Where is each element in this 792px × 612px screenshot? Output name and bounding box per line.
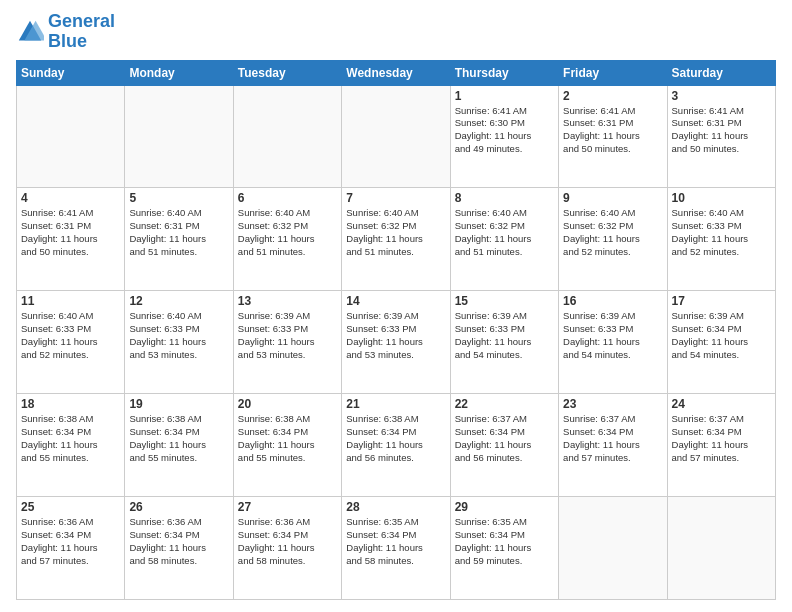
calendar-cell: 7Sunrise: 6:40 AMSunset: 6:32 PMDaylight… xyxy=(342,188,450,291)
weekday-header-row: SundayMondayTuesdayWednesdayThursdayFrid… xyxy=(17,60,776,85)
calendar-cell: 25Sunrise: 6:36 AMSunset: 6:34 PMDayligh… xyxy=(17,497,125,600)
day-info: Sunrise: 6:41 AMSunset: 6:31 PMDaylight:… xyxy=(563,105,662,156)
header: General Blue xyxy=(16,12,776,52)
day-info: Sunrise: 6:38 AMSunset: 6:34 PMDaylight:… xyxy=(129,413,228,464)
day-number: 18 xyxy=(21,397,120,411)
day-info: Sunrise: 6:37 AMSunset: 6:34 PMDaylight:… xyxy=(672,413,771,464)
calendar-cell: 21Sunrise: 6:38 AMSunset: 6:34 PMDayligh… xyxy=(342,394,450,497)
day-info: Sunrise: 6:39 AMSunset: 6:33 PMDaylight:… xyxy=(238,310,337,361)
day-info: Sunrise: 6:40 AMSunset: 6:33 PMDaylight:… xyxy=(129,310,228,361)
calendar-cell: 29Sunrise: 6:35 AMSunset: 6:34 PMDayligh… xyxy=(450,497,558,600)
weekday-header-thursday: Thursday xyxy=(450,60,558,85)
calendar-cell: 17Sunrise: 6:39 AMSunset: 6:34 PMDayligh… xyxy=(667,291,775,394)
weekday-header-tuesday: Tuesday xyxy=(233,60,341,85)
week-row-3: 11Sunrise: 6:40 AMSunset: 6:33 PMDayligh… xyxy=(17,291,776,394)
day-info: Sunrise: 6:38 AMSunset: 6:34 PMDaylight:… xyxy=(346,413,445,464)
calendar-cell xyxy=(233,85,341,188)
weekday-header-friday: Friday xyxy=(559,60,667,85)
calendar-cell xyxy=(559,497,667,600)
calendar-cell xyxy=(667,497,775,600)
calendar-cell: 4Sunrise: 6:41 AMSunset: 6:31 PMDaylight… xyxy=(17,188,125,291)
calendar-cell xyxy=(17,85,125,188)
day-number: 4 xyxy=(21,191,120,205)
day-number: 7 xyxy=(346,191,445,205)
calendar-cell: 24Sunrise: 6:37 AMSunset: 6:34 PMDayligh… xyxy=(667,394,775,497)
logo-general: General xyxy=(48,11,115,31)
day-info: Sunrise: 6:36 AMSunset: 6:34 PMDaylight:… xyxy=(21,516,120,567)
day-info: Sunrise: 6:41 AMSunset: 6:31 PMDaylight:… xyxy=(672,105,771,156)
day-number: 5 xyxy=(129,191,228,205)
day-info: Sunrise: 6:39 AMSunset: 6:33 PMDaylight:… xyxy=(455,310,554,361)
calendar-table: SundayMondayTuesdayWednesdayThursdayFrid… xyxy=(16,60,776,600)
day-number: 22 xyxy=(455,397,554,411)
day-info: Sunrise: 6:40 AMSunset: 6:31 PMDaylight:… xyxy=(129,207,228,258)
logo: General Blue xyxy=(16,12,115,52)
day-number: 29 xyxy=(455,500,554,514)
calendar-cell: 18Sunrise: 6:38 AMSunset: 6:34 PMDayligh… xyxy=(17,394,125,497)
day-info: Sunrise: 6:36 AMSunset: 6:34 PMDaylight:… xyxy=(129,516,228,567)
day-info: Sunrise: 6:38 AMSunset: 6:34 PMDaylight:… xyxy=(21,413,120,464)
day-number: 15 xyxy=(455,294,554,308)
week-row-2: 4Sunrise: 6:41 AMSunset: 6:31 PMDaylight… xyxy=(17,188,776,291)
calendar-cell: 6Sunrise: 6:40 AMSunset: 6:32 PMDaylight… xyxy=(233,188,341,291)
day-number: 1 xyxy=(455,89,554,103)
day-number: 9 xyxy=(563,191,662,205)
day-number: 21 xyxy=(346,397,445,411)
day-number: 23 xyxy=(563,397,662,411)
day-number: 20 xyxy=(238,397,337,411)
logo-blue: Blue xyxy=(48,31,87,51)
day-number: 11 xyxy=(21,294,120,308)
week-row-5: 25Sunrise: 6:36 AMSunset: 6:34 PMDayligh… xyxy=(17,497,776,600)
calendar-cell: 23Sunrise: 6:37 AMSunset: 6:34 PMDayligh… xyxy=(559,394,667,497)
calendar-cell: 22Sunrise: 6:37 AMSunset: 6:34 PMDayligh… xyxy=(450,394,558,497)
day-info: Sunrise: 6:40 AMSunset: 6:32 PMDaylight:… xyxy=(563,207,662,258)
calendar-cell: 8Sunrise: 6:40 AMSunset: 6:32 PMDaylight… xyxy=(450,188,558,291)
day-number: 17 xyxy=(672,294,771,308)
day-number: 16 xyxy=(563,294,662,308)
day-info: Sunrise: 6:41 AMSunset: 6:30 PMDaylight:… xyxy=(455,105,554,156)
week-row-4: 18Sunrise: 6:38 AMSunset: 6:34 PMDayligh… xyxy=(17,394,776,497)
logo-text: General Blue xyxy=(48,12,115,52)
day-info: Sunrise: 6:37 AMSunset: 6:34 PMDaylight:… xyxy=(563,413,662,464)
weekday-header-monday: Monday xyxy=(125,60,233,85)
day-info: Sunrise: 6:40 AMSunset: 6:32 PMDaylight:… xyxy=(346,207,445,258)
day-info: Sunrise: 6:37 AMSunset: 6:34 PMDaylight:… xyxy=(455,413,554,464)
day-number: 3 xyxy=(672,89,771,103)
day-number: 26 xyxy=(129,500,228,514)
day-number: 10 xyxy=(672,191,771,205)
calendar-cell xyxy=(342,85,450,188)
calendar-cell: 11Sunrise: 6:40 AMSunset: 6:33 PMDayligh… xyxy=(17,291,125,394)
calendar-cell: 28Sunrise: 6:35 AMSunset: 6:34 PMDayligh… xyxy=(342,497,450,600)
day-number: 24 xyxy=(672,397,771,411)
logo-icon xyxy=(16,18,44,46)
day-number: 28 xyxy=(346,500,445,514)
day-info: Sunrise: 6:41 AMSunset: 6:31 PMDaylight:… xyxy=(21,207,120,258)
day-info: Sunrise: 6:39 AMSunset: 6:33 PMDaylight:… xyxy=(346,310,445,361)
day-info: Sunrise: 6:36 AMSunset: 6:34 PMDaylight:… xyxy=(238,516,337,567)
day-number: 19 xyxy=(129,397,228,411)
calendar-cell: 3Sunrise: 6:41 AMSunset: 6:31 PMDaylight… xyxy=(667,85,775,188)
calendar-cell: 20Sunrise: 6:38 AMSunset: 6:34 PMDayligh… xyxy=(233,394,341,497)
day-number: 13 xyxy=(238,294,337,308)
page: General Blue SundayMondayTuesdayWednesda… xyxy=(0,0,792,612)
calendar-cell: 15Sunrise: 6:39 AMSunset: 6:33 PMDayligh… xyxy=(450,291,558,394)
calendar-cell: 9Sunrise: 6:40 AMSunset: 6:32 PMDaylight… xyxy=(559,188,667,291)
day-number: 8 xyxy=(455,191,554,205)
calendar-cell: 14Sunrise: 6:39 AMSunset: 6:33 PMDayligh… xyxy=(342,291,450,394)
week-row-1: 1Sunrise: 6:41 AMSunset: 6:30 PMDaylight… xyxy=(17,85,776,188)
day-info: Sunrise: 6:40 AMSunset: 6:33 PMDaylight:… xyxy=(672,207,771,258)
day-info: Sunrise: 6:38 AMSunset: 6:34 PMDaylight:… xyxy=(238,413,337,464)
calendar-cell: 5Sunrise: 6:40 AMSunset: 6:31 PMDaylight… xyxy=(125,188,233,291)
weekday-header-wednesday: Wednesday xyxy=(342,60,450,85)
day-info: Sunrise: 6:40 AMSunset: 6:32 PMDaylight:… xyxy=(455,207,554,258)
day-info: Sunrise: 6:40 AMSunset: 6:33 PMDaylight:… xyxy=(21,310,120,361)
calendar-cell: 27Sunrise: 6:36 AMSunset: 6:34 PMDayligh… xyxy=(233,497,341,600)
calendar-cell: 1Sunrise: 6:41 AMSunset: 6:30 PMDaylight… xyxy=(450,85,558,188)
day-info: Sunrise: 6:39 AMSunset: 6:34 PMDaylight:… xyxy=(672,310,771,361)
calendar-cell: 19Sunrise: 6:38 AMSunset: 6:34 PMDayligh… xyxy=(125,394,233,497)
day-number: 27 xyxy=(238,500,337,514)
calendar-cell xyxy=(125,85,233,188)
weekday-header-saturday: Saturday xyxy=(667,60,775,85)
day-info: Sunrise: 6:39 AMSunset: 6:33 PMDaylight:… xyxy=(563,310,662,361)
day-number: 12 xyxy=(129,294,228,308)
